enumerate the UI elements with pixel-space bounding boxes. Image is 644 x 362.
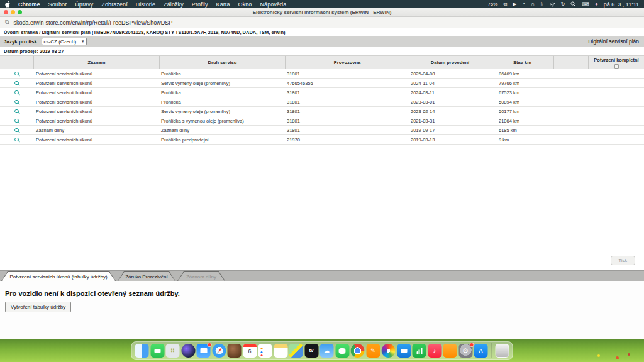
cell-service: Servis vymeny oleje (promenlivy) bbox=[159, 79, 285, 87]
apple-menu-icon[interactable] bbox=[5, 1, 11, 8]
cell-date: 2024-03-11 bbox=[409, 88, 491, 97]
cell-date: 2019-03-13 bbox=[409, 135, 491, 144]
spotlight-icon[interactable] bbox=[570, 1, 576, 7]
app-store-icon[interactable]: A bbox=[474, 344, 488, 358]
cell-record: Potvrzení servisních úkonů bbox=[33, 135, 159, 144]
siri-icon[interactable] bbox=[181, 344, 195, 358]
record-timer-icon[interactable]: ◔ bbox=[522, 2, 525, 7]
table-row[interactable]: Potvrzení servisních úkonů Prohlídka 318… bbox=[0, 69, 644, 79]
magnifier-icon[interactable] bbox=[14, 138, 19, 142]
magnifier-icon[interactable] bbox=[14, 128, 19, 133]
apple-tv-icon[interactable]: tv bbox=[304, 344, 318, 358]
menu-karta[interactable]: Karta bbox=[216, 1, 230, 8]
header-empty-column bbox=[553, 56, 588, 69]
menu-upravy[interactable]: Úpravy bbox=[75, 1, 93, 8]
magnifier-icon[interactable] bbox=[14, 100, 19, 104]
magnifier-icon[interactable] bbox=[14, 109, 19, 114]
cell-service: Záznam dílny bbox=[159, 126, 285, 134]
play-circle-icon[interactable]: ▶ bbox=[513, 2, 516, 7]
cell-branch: 31801 bbox=[285, 97, 409, 106]
header-service: Druh servisu bbox=[159, 56, 285, 69]
stocks-icon[interactable] bbox=[413, 344, 426, 358]
cell-service: Prohlídka bbox=[159, 88, 285, 97]
weather-icon[interactable]: ☁ bbox=[320, 344, 334, 358]
menu-zalozky[interactable]: Záložky bbox=[164, 1, 184, 8]
magnifier-icon[interactable] bbox=[14, 81, 19, 85]
facetime-icon[interactable] bbox=[150, 344, 164, 358]
table-row[interactable]: Potvrzení servisních úkonů Servis vymeny… bbox=[0, 107, 644, 116]
cell-branch: 31801 bbox=[285, 126, 409, 134]
table-row[interactable]: Potvrzení servisních úkonů Prohlídka 318… bbox=[0, 97, 644, 107]
cell-date: 2023-02-14 bbox=[409, 107, 491, 116]
cell-branch: 21970 bbox=[285, 135, 409, 144]
keynote-icon[interactable] bbox=[397, 344, 411, 358]
calendar-icon[interactable]: 6 bbox=[243, 344, 257, 358]
finder-icon[interactable] bbox=[135, 344, 149, 358]
url-text[interactable]: skoda.erwin-store.com/erwin/rp/Retail/Fr… bbox=[13, 19, 172, 26]
system-settings-icon[interactable]: ⚙ bbox=[458, 344, 472, 358]
notification-dot-icon[interactable]: ● bbox=[595, 2, 598, 7]
photos-icon[interactable] bbox=[382, 344, 396, 358]
magnifier-icon[interactable] bbox=[14, 72, 19, 76]
table-row[interactable]: Potvrzení servisních úkonů Prohlídka s v… bbox=[0, 116, 644, 126]
cell-km: 50894 km bbox=[491, 97, 553, 106]
launchpad-icon[interactable]: ⠿ bbox=[166, 344, 180, 358]
tab-corrosion-warranty[interactable]: Záruka Prorezivění bbox=[118, 272, 175, 281]
messages-icon[interactable] bbox=[335, 344, 349, 358]
photo-booth-icon[interactable] bbox=[228, 344, 242, 358]
menu-zobrazeni[interactable]: Zobrazení bbox=[101, 1, 127, 8]
menubar-clock[interactable]: pá 6. 3., 11:11 bbox=[604, 1, 639, 8]
browser-urlbar[interactable]: ⧉ skoda.erwin-store.com/erwin/rp/Retail/… bbox=[0, 17, 644, 28]
confirm-all-checkbox[interactable] bbox=[614, 64, 619, 69]
window-stack-icon[interactable]: ⧉ bbox=[503, 2, 507, 7]
reminders-icon[interactable] bbox=[258, 344, 272, 358]
desktop-wallpaper: ⠿ 6 tv ☁ ✎ ♪ ⚙ A bbox=[0, 339, 644, 362]
books-icon[interactable] bbox=[443, 344, 457, 358]
keyboard-icon[interactable]: ⌨ bbox=[582, 2, 589, 7]
wallpaper-flower bbox=[616, 356, 619, 359]
tab-grid-icon[interactable]: ⧉ bbox=[5, 19, 9, 26]
tab-service-confirmations[interactable]: Potvrzení servisních úkonů (tabulky údrž… bbox=[1, 272, 116, 281]
language-select[interactable]: cs-CZ (Czech) ▾ bbox=[42, 38, 87, 45]
battery-indicator[interactable]: 75% bbox=[487, 2, 497, 7]
magnifier-icon[interactable] bbox=[14, 90, 19, 95]
table-row[interactable]: Potvrzení servisních úkonů Servis vymeny… bbox=[0, 79, 644, 88]
menu-chrome[interactable]: Chrome bbox=[18, 1, 40, 8]
trash-icon[interactable] bbox=[496, 344, 509, 358]
menu-okno[interactable]: Okno bbox=[238, 1, 252, 8]
safari-icon[interactable] bbox=[212, 344, 226, 358]
mail-icon[interactable] bbox=[197, 344, 211, 358]
print-button[interactable]: Tisk bbox=[611, 256, 635, 265]
menu-profily[interactable]: Profily bbox=[192, 1, 208, 8]
table-row[interactable]: Potvrzení servisních úkonů Prohlídka pre… bbox=[0, 135, 644, 145]
cell-branch: 4766546355 bbox=[285, 79, 409, 87]
magnifier-icon[interactable] bbox=[14, 119, 19, 123]
header-record: Záznam bbox=[33, 56, 159, 69]
breadcrumb-text[interactable]: Úvodní stránka / Digitální servisní plán… bbox=[4, 30, 286, 35]
music-icon[interactable]: ♪ bbox=[428, 344, 441, 358]
menu-soubor[interactable]: Soubor bbox=[48, 1, 67, 8]
pages-icon[interactable]: ✎ bbox=[366, 344, 380, 358]
window-titlebar[interactable]: Elektronický servisní informační systém … bbox=[0, 8, 644, 17]
header-date: Datum provedení bbox=[409, 56, 491, 69]
settings-badge bbox=[469, 343, 474, 347]
sale-date-row: Datum prodeje: 2019-03-27 bbox=[0, 47, 644, 55]
bluetooth-icon[interactable]: ᛒ bbox=[540, 2, 543, 7]
maps-icon[interactable] bbox=[289, 344, 303, 358]
app-toolbar: Jazyk pro tisk: cs-CZ (Czech) ▾ Digitáln… bbox=[0, 36, 644, 47]
menu-historie[interactable]: Historie bbox=[136, 1, 155, 8]
desktop-screen: Chrome Soubor Úpravy Zobrazení Historie … bbox=[0, 0, 644, 362]
sale-date-text: Datum prodeje: 2019-03-27 bbox=[4, 48, 64, 54]
menu-napoveda[interactable]: Nápověda bbox=[260, 1, 286, 8]
headphones-icon[interactable]: ∩ bbox=[531, 2, 535, 7]
wifi-icon[interactable] bbox=[549, 2, 555, 7]
notes-icon[interactable] bbox=[274, 344, 287, 358]
cell-km: 79766 km bbox=[491, 79, 553, 87]
sync-icon[interactable]: ↻ bbox=[561, 2, 565, 7]
bottom-tabstrip: Potvrzení servisních úkonů (tabulky údrž… bbox=[0, 270, 644, 281]
chrome-icon[interactable] bbox=[351, 344, 365, 358]
table-row[interactable]: Záznam dílny Záznam dílny 31801 2019-09-… bbox=[0, 126, 644, 135]
table-row[interactable]: Potvrzení servisních úkonů Prohlídka 318… bbox=[0, 88, 644, 97]
mail-badge bbox=[208, 343, 212, 347]
create-maintenance-table-button[interactable]: Vytvoření tabulky údržby bbox=[5, 302, 71, 312]
